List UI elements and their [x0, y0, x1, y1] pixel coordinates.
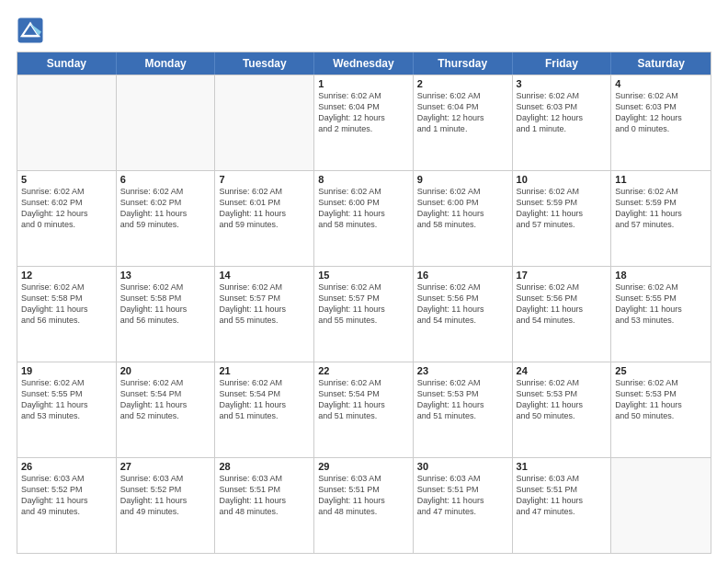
calendar-cell: 2Sunrise: 6:02 AM Sunset: 6:04 PM Daylig… [414, 75, 513, 170]
day-number: 7 [219, 174, 310, 185]
calendar-cell: 3Sunrise: 6:02 AM Sunset: 6:03 PM Daylig… [513, 75, 612, 170]
day-info: Sunrise: 6:02 AM Sunset: 5:59 PM Dayligh… [615, 186, 707, 231]
calendar-cell: 7Sunrise: 6:02 AM Sunset: 6:01 PM Daylig… [215, 171, 314, 266]
day-info: Sunrise: 6:02 AM Sunset: 5:56 PM Dayligh… [517, 282, 608, 327]
day-number: 9 [417, 174, 508, 185]
day-info: Sunrise: 6:02 AM Sunset: 5:53 PM Dayligh… [615, 377, 707, 422]
day-number: 27 [120, 461, 211, 472]
calendar-cell [17, 75, 117, 170]
calendar-cell: 26Sunrise: 6:03 AM Sunset: 5:52 PM Dayli… [17, 458, 117, 553]
day-number: 14 [219, 270, 310, 281]
day-number: 6 [120, 174, 211, 185]
day-number: 15 [318, 270, 409, 281]
header-cell-sunday: Sunday [17, 52, 117, 75]
day-info: Sunrise: 6:02 AM Sunset: 6:00 PM Dayligh… [318, 186, 409, 231]
day-info: Sunrise: 6:02 AM Sunset: 5:55 PM Dayligh… [21, 377, 112, 422]
day-number: 12 [21, 270, 112, 281]
day-info: Sunrise: 6:02 AM Sunset: 5:54 PM Dayligh… [120, 377, 211, 422]
day-number: 23 [417, 365, 508, 376]
calendar-cell: 19Sunrise: 6:02 AM Sunset: 5:55 PM Dayli… [17, 362, 117, 457]
calendar-cell [611, 458, 711, 553]
day-info: Sunrise: 6:02 AM Sunset: 5:54 PM Dayligh… [318, 377, 409, 422]
day-info: Sunrise: 6:02 AM Sunset: 6:00 PM Dayligh… [417, 186, 508, 231]
calendar: SundayMondayTuesdayWednesdayThursdayFrid… [17, 52, 711, 554]
day-number: 26 [21, 461, 112, 472]
day-info: Sunrise: 6:02 AM Sunset: 6:02 PM Dayligh… [21, 186, 112, 231]
header-cell-friday: Friday [513, 52, 612, 75]
calendar-row: 1Sunrise: 6:02 AM Sunset: 6:04 PM Daylig… [17, 75, 711, 170]
calendar-cell: 10Sunrise: 6:02 AM Sunset: 5:59 PM Dayli… [513, 171, 612, 266]
calendar-cell: 15Sunrise: 6:02 AM Sunset: 5:57 PM Dayli… [314, 267, 414, 362]
day-info: Sunrise: 6:02 AM Sunset: 6:01 PM Dayligh… [219, 186, 310, 231]
day-info: Sunrise: 6:02 AM Sunset: 6:03 PM Dayligh… [615, 90, 707, 135]
day-number: 31 [517, 461, 608, 472]
calendar-row: 5Sunrise: 6:02 AM Sunset: 6:02 PM Daylig… [17, 170, 711, 266]
calendar-row: 12Sunrise: 6:02 AM Sunset: 5:58 PM Dayli… [17, 266, 711, 362]
calendar-cell: 18Sunrise: 6:02 AM Sunset: 5:55 PM Dayli… [611, 267, 711, 362]
day-number: 1 [318, 78, 409, 89]
header-cell-monday: Monday [117, 52, 216, 75]
calendar-cell: 13Sunrise: 6:02 AM Sunset: 5:58 PM Dayli… [117, 267, 216, 362]
calendar-cell: 5Sunrise: 6:02 AM Sunset: 6:02 PM Daylig… [17, 171, 117, 266]
calendar-cell: 8Sunrise: 6:02 AM Sunset: 6:00 PM Daylig… [314, 171, 414, 266]
day-info: Sunrise: 6:02 AM Sunset: 5:53 PM Dayligh… [517, 377, 608, 422]
day-number: 20 [120, 365, 211, 376]
calendar-cell: 22Sunrise: 6:02 AM Sunset: 5:54 PM Dayli… [314, 362, 414, 457]
day-number: 13 [120, 270, 211, 281]
header-cell-wednesday: Wednesday [314, 52, 414, 75]
day-number: 28 [219, 461, 310, 472]
day-number: 25 [615, 365, 707, 376]
calendar-cell: 9Sunrise: 6:02 AM Sunset: 6:00 PM Daylig… [414, 171, 513, 266]
calendar-header: SundayMondayTuesdayWednesdayThursdayFrid… [17, 52, 711, 75]
calendar-cell: 27Sunrise: 6:03 AM Sunset: 5:52 PM Dayli… [117, 458, 216, 553]
day-info: Sunrise: 6:02 AM Sunset: 6:03 PM Dayligh… [517, 90, 608, 135]
calendar-cell [215, 75, 314, 170]
calendar-cell: 16Sunrise: 6:02 AM Sunset: 5:56 PM Dayli… [414, 267, 513, 362]
day-info: Sunrise: 6:02 AM Sunset: 6:04 PM Dayligh… [417, 90, 508, 135]
day-number: 16 [417, 270, 508, 281]
day-number: 3 [517, 78, 608, 89]
calendar-cell: 30Sunrise: 6:03 AM Sunset: 5:51 PM Dayli… [414, 458, 513, 553]
day-info: Sunrise: 6:02 AM Sunset: 5:58 PM Dayligh… [120, 282, 211, 327]
day-info: Sunrise: 6:02 AM Sunset: 5:57 PM Dayligh… [318, 282, 409, 327]
day-number: 8 [318, 174, 409, 185]
day-info: Sunrise: 6:02 AM Sunset: 5:59 PM Dayligh… [517, 186, 608, 231]
day-info: Sunrise: 6:03 AM Sunset: 5:52 PM Dayligh… [21, 473, 112, 518]
day-number: 2 [417, 78, 508, 89]
logo-icon [17, 17, 44, 44]
logo [17, 17, 48, 44]
calendar-cell: 11Sunrise: 6:02 AM Sunset: 5:59 PM Dayli… [611, 171, 711, 266]
day-info: Sunrise: 6:03 AM Sunset: 5:51 PM Dayligh… [517, 473, 608, 518]
day-number: 10 [517, 174, 608, 185]
calendar-cell [117, 75, 216, 170]
calendar-cell: 12Sunrise: 6:02 AM Sunset: 5:58 PM Dayli… [17, 267, 117, 362]
day-info: Sunrise: 6:02 AM Sunset: 5:55 PM Dayligh… [615, 282, 707, 327]
calendar-cell: 31Sunrise: 6:03 AM Sunset: 5:51 PM Dayli… [513, 458, 612, 553]
day-info: Sunrise: 6:03 AM Sunset: 5:51 PM Dayligh… [417, 473, 508, 518]
day-number: 19 [21, 365, 112, 376]
calendar-cell: 28Sunrise: 6:03 AM Sunset: 5:51 PM Dayli… [215, 458, 314, 553]
day-info: Sunrise: 6:03 AM Sunset: 5:52 PM Dayligh… [120, 473, 211, 518]
day-info: Sunrise: 6:02 AM Sunset: 5:56 PM Dayligh… [417, 282, 508, 327]
calendar-cell: 20Sunrise: 6:02 AM Sunset: 5:54 PM Dayli… [117, 362, 216, 457]
day-info: Sunrise: 6:02 AM Sunset: 5:53 PM Dayligh… [417, 377, 508, 422]
day-number: 5 [21, 174, 112, 185]
calendar-cell: 14Sunrise: 6:02 AM Sunset: 5:57 PM Dayli… [215, 267, 314, 362]
calendar-row: 26Sunrise: 6:03 AM Sunset: 5:52 PM Dayli… [17, 457, 711, 553]
calendar-cell: 29Sunrise: 6:03 AM Sunset: 5:51 PM Dayli… [314, 458, 414, 553]
calendar-cell: 6Sunrise: 6:02 AM Sunset: 6:02 PM Daylig… [117, 171, 216, 266]
day-number: 21 [219, 365, 310, 376]
header-cell-saturday: Saturday [611, 52, 711, 75]
day-info: Sunrise: 6:02 AM Sunset: 5:54 PM Dayligh… [219, 377, 310, 422]
day-info: Sunrise: 6:02 AM Sunset: 6:04 PM Dayligh… [318, 90, 409, 135]
calendar-cell: 23Sunrise: 6:02 AM Sunset: 5:53 PM Dayli… [414, 362, 513, 457]
day-info: Sunrise: 6:02 AM Sunset: 5:58 PM Dayligh… [21, 282, 112, 327]
calendar-body: 1Sunrise: 6:02 AM Sunset: 6:04 PM Daylig… [17, 75, 711, 553]
header-cell-thursday: Thursday [414, 52, 513, 75]
day-info: Sunrise: 6:02 AM Sunset: 6:02 PM Dayligh… [120, 186, 211, 231]
calendar-cell: 21Sunrise: 6:02 AM Sunset: 5:54 PM Dayli… [215, 362, 314, 457]
calendar-row: 19Sunrise: 6:02 AM Sunset: 5:55 PM Dayli… [17, 362, 711, 457]
day-info: Sunrise: 6:02 AM Sunset: 5:57 PM Dayligh… [219, 282, 310, 327]
calendar-cell: 25Sunrise: 6:02 AM Sunset: 5:53 PM Dayli… [611, 362, 711, 457]
calendar-cell: 1Sunrise: 6:02 AM Sunset: 6:04 PM Daylig… [314, 75, 414, 170]
